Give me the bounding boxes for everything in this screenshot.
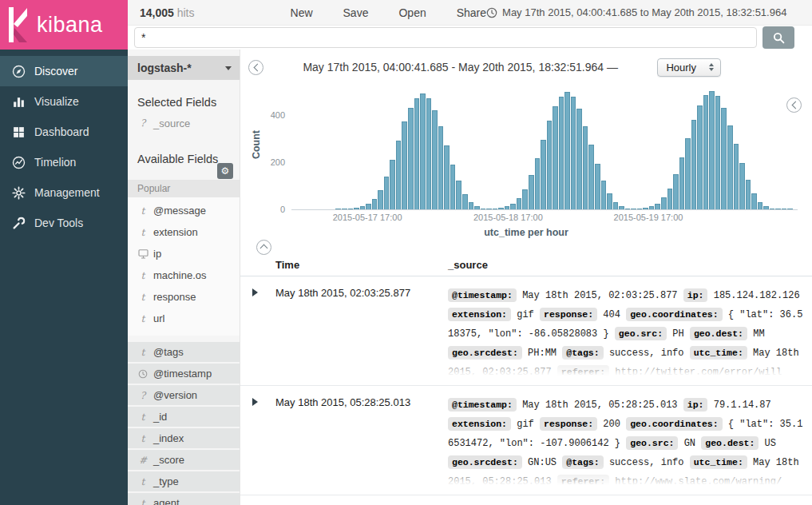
search-input[interactable] <box>134 27 757 48</box>
histogram-bar[interactable] <box>414 98 420 209</box>
histogram-bar[interactable] <box>510 204 516 209</box>
field-badge-ip[interactable]: ip: <box>683 288 708 302</box>
histogram-bar[interactable] <box>770 209 775 209</box>
histogram-bar[interactable] <box>667 189 673 209</box>
histogram-bar[interactable] <box>402 121 407 209</box>
histogram-bar[interactable] <box>342 209 347 209</box>
nav-item-management[interactable]: Management <box>0 177 128 208</box>
histogram-bar[interactable] <box>583 126 588 209</box>
histogram-bar[interactable] <box>782 209 787 209</box>
field-badge-geo.dest[interactable]: geo.dest: <box>701 436 759 450</box>
field-item-ip[interactable]: ip <box>128 243 240 264</box>
histogram-bar[interactable] <box>372 199 378 209</box>
field-item-_index[interactable]: t_index <box>128 428 240 448</box>
expand-row-button[interactable] <box>240 286 275 296</box>
field-badge-geo.src[interactable]: geo.src: <box>615 327 667 340</box>
histogram-bar[interactable] <box>746 180 751 209</box>
nav-item-dashboard[interactable]: Dashboard <box>0 117 128 147</box>
histogram-bar[interactable] <box>505 206 510 209</box>
histogram-bar[interactable] <box>564 92 570 209</box>
index-pattern-selector[interactable]: logstash-* <box>128 56 240 80</box>
histogram-bar[interactable] <box>541 140 546 209</box>
field-badge-@timestamp[interactable]: @timestamp: <box>448 398 517 412</box>
histogram-bar[interactable] <box>348 209 354 209</box>
field-badge-ip[interactable]: ip: <box>683 398 708 412</box>
menu-item-share[interactable]: Share <box>457 6 486 19</box>
field-badge-geo.coordinates[interactable]: geo.coordinates: <box>626 308 722 321</box>
nav-item-visualize[interactable]: Visualize <box>0 86 128 117</box>
histogram-bar[interactable] <box>727 125 733 209</box>
field-badge-geo.dest[interactable]: geo.dest: <box>690 327 747 340</box>
field-item-agent[interactable]: tagent <box>128 493 240 505</box>
nav-item-timelion[interactable]: Timelion <box>0 147 128 177</box>
field-item-@timestamp[interactable]: @timestamp <box>128 364 240 384</box>
histogram-bar[interactable] <box>450 165 456 209</box>
histogram-bar[interactable] <box>444 145 450 209</box>
histogram-bar[interactable] <box>462 194 468 209</box>
histogram-bar[interactable] <box>469 202 474 209</box>
field-item-_type[interactable]: t_type <box>128 471 240 491</box>
histogram-bar[interactable] <box>335 209 341 209</box>
histogram-bar[interactable] <box>775 209 781 209</box>
histogram-bar[interactable] <box>625 209 631 209</box>
histogram-bar[interactable] <box>576 109 582 209</box>
menu-item-new[interactable]: New <box>291 6 313 19</box>
histogram-bar[interactable] <box>529 175 534 209</box>
histogram-bar[interactable] <box>426 98 432 209</box>
column-header-source[interactable]: _source <box>448 259 812 271</box>
menu-item-save[interactable]: Save <box>343 6 369 19</box>
histogram-bar[interactable] <box>697 105 703 209</box>
histogram-bar[interactable] <box>787 209 793 209</box>
field-item-url[interactable]: turl <box>128 308 240 329</box>
histogram-bar[interactable] <box>354 208 359 209</box>
histogram-bar[interactable] <box>715 96 721 209</box>
histogram-bar[interactable] <box>493 209 498 209</box>
histogram-bar[interactable] <box>655 204 660 209</box>
histogram-bar[interactable] <box>588 145 594 209</box>
histogram-bar[interactable] <box>438 126 444 209</box>
histogram-bar[interactable] <box>390 160 395 209</box>
histogram-bar[interactable] <box>498 208 504 209</box>
histogram-bar[interactable] <box>420 93 426 209</box>
nav-item-dev-tools[interactable]: Dev Tools <box>0 208 128 238</box>
histogram-bar[interactable] <box>661 197 667 209</box>
search-button[interactable] <box>762 26 794 49</box>
histogram-bar[interactable] <box>535 158 541 209</box>
histogram-bar[interactable] <box>673 174 679 209</box>
histogram-bar[interactable] <box>517 198 522 209</box>
field-settings-button[interactable]: ⚙ <box>217 163 233 179</box>
histogram-bar[interactable] <box>432 110 438 209</box>
histogram-bar[interactable] <box>408 108 414 209</box>
histogram-bar[interactable] <box>734 144 739 209</box>
histogram-bar[interactable] <box>721 108 727 209</box>
histogram-bar[interactable] <box>703 95 709 209</box>
histogram-bar[interactable] <box>691 120 697 209</box>
field-badge-response[interactable]: response: <box>540 417 597 431</box>
field-item-_source[interactable]: ?_source <box>128 114 240 132</box>
field-badge-geo.coordinates[interactable]: geo.coordinates: <box>626 417 722 431</box>
histogram-bar[interactable] <box>366 204 371 209</box>
histogram-bar[interactable] <box>643 208 648 209</box>
field-item-_score[interactable]: #_score <box>128 450 240 470</box>
field-item-@message[interactable]: t@message <box>128 200 240 221</box>
histogram-bar[interactable] <box>739 163 745 209</box>
histogram-bar[interactable] <box>360 206 366 209</box>
expand-row-button[interactable] <box>240 396 275 406</box>
histogram-bar[interactable] <box>378 190 383 209</box>
field-item-response[interactable]: tresponse <box>128 286 240 308</box>
histogram-bar[interactable] <box>613 202 619 209</box>
nav-item-discover[interactable]: Discover <box>0 56 128 86</box>
histogram-bar[interactable] <box>679 157 685 209</box>
histogram-bar[interactable] <box>595 164 600 209</box>
histogram-bar[interactable] <box>601 181 607 209</box>
field-badge-response[interactable]: response: <box>540 308 597 321</box>
time-picker[interactable]: May 17th 2015, 04:00:41.685 to May 20th … <box>486 6 786 18</box>
interval-select[interactable]: Hourly <box>657 58 721 77</box>
histogram-bar[interactable] <box>709 91 715 209</box>
histogram-bar[interactable] <box>758 202 763 209</box>
histogram-bar[interactable] <box>619 206 624 209</box>
histogram-bar[interactable] <box>649 206 655 209</box>
histogram-bar[interactable] <box>474 206 480 209</box>
field-item-machine.os[interactable]: tmachine.os <box>128 264 240 286</box>
histogram-bar[interactable] <box>685 138 691 209</box>
